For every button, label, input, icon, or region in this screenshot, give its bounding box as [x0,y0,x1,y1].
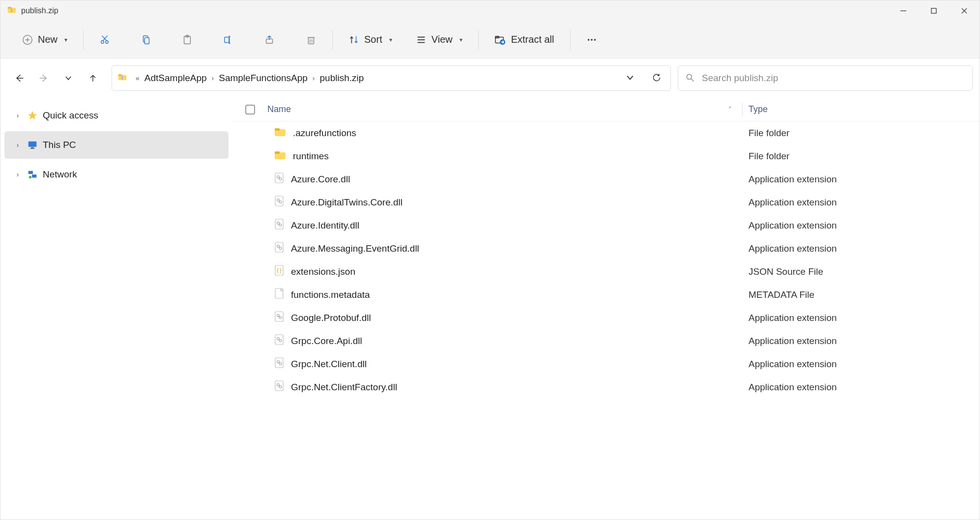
file-type-cell: Application extension [744,313,980,323]
search-input[interactable] [702,73,965,84]
file-name-cell: runtimes [267,150,744,162]
sidebar-item-network[interactable]: › Network [4,161,229,188]
navigation-pane: › Quick access › This PC › Network [0,98,233,520]
share-button[interactable] [259,29,280,50]
file-name-cell: .azurefunctions [267,127,744,139]
column-separator[interactable] [742,103,743,116]
file-name-cell: Grpc.Net.ClientFactory.dll [267,380,744,394]
svg-point-46 [29,176,31,179]
paste-button[interactable] [177,29,198,50]
file-row[interactable]: Grpc.Net.Client.dllApplication extension [233,352,980,376]
sort-button[interactable]: Sort ▾ [344,31,397,48]
cut-button[interactable] [94,29,115,50]
close-button[interactable] [949,0,980,21]
new-button[interactable]: New ▾ [17,31,72,48]
file-name: .azurefunctions [293,128,356,139]
svg-point-11 [106,40,109,43]
breadcrumb[interactable]: « AdtSampleApp › SampleFunctionsApp › pu… [112,65,671,91]
svg-point-39 [687,74,692,79]
svg-rect-2 [11,8,12,12]
extract-all-label: Extract all [511,34,554,45]
file-type-cell: Application extension [744,197,980,208]
search-icon [685,73,695,84]
delete-button[interactable] [301,29,321,50]
back-button[interactable] [13,72,25,84]
extract-all-button[interactable]: Extract all [490,31,559,48]
title-zip-icon [6,6,17,16]
file-name-cell: Azure.Identity.dll [267,219,744,232]
more-button[interactable] [581,29,602,50]
file-row[interactable]: .azurefunctionsFile folder [233,121,980,144]
file-name: Azure.Messaging.EventGrid.dll [291,243,419,254]
breadcrumb-dropdown-button[interactable] [626,74,634,83]
chevron-right-icon: › [207,74,219,82]
svg-point-33 [587,39,589,41]
chevron-right-icon[interactable]: › [13,171,22,178]
file-type: Application extension [749,336,837,346]
file-type-icon [274,288,284,301]
up-button[interactable] [87,72,99,84]
svg-rect-37 [118,74,122,76]
breadcrumb-segment[interactable]: SampleFunctionsApp [219,73,308,84]
minimize-button[interactable] [888,0,919,21]
file-row[interactable]: Grpc.Net.ClientFactory.dllApplication ex… [233,376,980,399]
maximize-button[interactable] [919,0,949,21]
toolbar-separator [478,30,479,50]
file-row[interactable]: {}extensions.jsonJSON Source File [233,260,980,283]
rename-button[interactable] [218,29,239,50]
copy-button[interactable] [136,29,156,50]
view-button[interactable]: View ▾ [411,31,467,48]
file-list-header: Name ˄ Type [233,98,980,121]
search-box[interactable] [678,65,973,91]
file-type-icon [274,380,284,394]
forward-button[interactable] [38,72,50,84]
file-name-cell: Azure.Messaging.EventGrid.dll [267,242,744,255]
svg-rect-50 [275,151,280,154]
navigation-arrows [7,72,105,84]
address-row: « AdtSampleApp › SampleFunctionsApp › pu… [0,58,980,98]
breadcrumb-overflow-icon[interactable]: « [131,74,144,82]
file-name: runtimes [293,151,329,162]
column-header-name[interactable]: Name ˄ [267,104,741,115]
file-type: Application extension [749,174,837,184]
title-bar: publish.zip [0,0,980,21]
file-row[interactable]: Grpc.Core.Api.dllApplication extension [233,329,980,352]
breadcrumb-zip-icon [117,73,128,84]
file-name: Azure.Identity.dll [291,220,359,231]
recent-locations-button[interactable] [62,72,74,84]
file-type-icon [274,242,284,255]
file-name: Azure.Core.dll [291,174,350,185]
sort-button-label: Sort [364,34,382,45]
chevron-right-icon[interactable]: › [13,141,22,149]
column-header-type[interactable]: Type [744,104,980,115]
select-all-checkbox[interactable] [233,105,267,115]
sort-ascending-icon: ˄ [728,106,731,113]
file-type-cell: Application extension [744,243,980,254]
breadcrumb-segment[interactable]: AdtSampleApp [144,73,207,84]
svg-rect-48 [275,128,280,131]
svg-rect-1 [8,7,12,8]
svg-line-40 [692,79,694,81]
file-row[interactable]: Azure.Messaging.EventGrid.dllApplication… [233,237,980,260]
breadcrumb-segment[interactable]: publish.zip [320,73,364,84]
file-row[interactable]: Google.Protobuf.dllApplication extension [233,306,980,329]
chevron-right-icon[interactable]: › [13,112,22,119]
svg-rect-4 [931,8,936,13]
file-row[interactable]: Azure.Identity.dllApplication extension [233,214,980,237]
file-row[interactable]: Azure.Core.dllApplication extension [233,168,980,191]
sidebar-item-quick-access[interactable]: › Quick access [4,102,229,129]
refresh-button[interactable] [652,73,662,84]
file-name: Grpc.Core.Api.dll [291,336,362,347]
file-name-cell: {}extensions.json [267,265,744,278]
file-rows-container: .azurefunctionsFile folderruntimesFile f… [233,121,980,399]
chevron-down-icon: ▾ [64,36,67,43]
file-row[interactable]: Azure.DigitalTwins.Core.dllApplication e… [233,191,980,214]
file-row[interactable]: functions.metadataMETADATA File [233,283,980,306]
file-type: Application extension [749,243,837,254]
svg-rect-42 [31,147,34,148]
sidebar-item-this-pc[interactable]: › This PC [4,131,229,159]
file-name: Grpc.Net.Client.dll [291,359,367,370]
file-name-cell: functions.metadata [267,288,744,301]
file-row[interactable]: runtimesFile folder [233,144,980,168]
file-type: METADATA File [749,289,814,300]
